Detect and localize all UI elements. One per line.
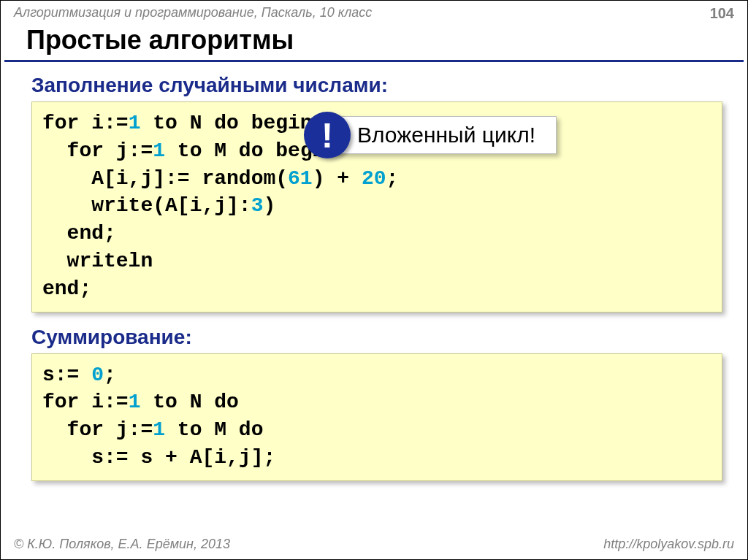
section-heading-sum: Суммирование: bbox=[31, 326, 725, 349]
copyright-label: © К.Ю. Поляков, Е.А. Ерёмин, 2013 bbox=[14, 537, 230, 552]
course-label: Алгоритмизация и программирование, Паска… bbox=[14, 5, 372, 20]
callout-text: Вложенный цикл! bbox=[329, 116, 557, 154]
exclamation-icon: ! bbox=[304, 112, 351, 158]
code-block-sum: s:= 0; for i:=1 to N do for j:=1 to M do… bbox=[31, 353, 722, 481]
page-number: 104 bbox=[710, 5, 734, 22]
slide: Алгоритмизация и программирование, Паска… bbox=[0, 0, 748, 560]
callout-nested-loop: ! Вложенный цикл! bbox=[304, 112, 557, 158]
slide-footer: © К.Ю. Поляков, Е.А. Ерёмин, 2013 http:/… bbox=[1, 531, 747, 559]
page-title: Простые алгоритмы bbox=[4, 25, 744, 62]
slide-header: Алгоритмизация и программирование, Паска… bbox=[1, 1, 747, 25]
section-heading-fill: Заполнение случайными числами: bbox=[31, 74, 725, 97]
footer-url: http://kpolyakov.spb.ru bbox=[603, 537, 734, 552]
